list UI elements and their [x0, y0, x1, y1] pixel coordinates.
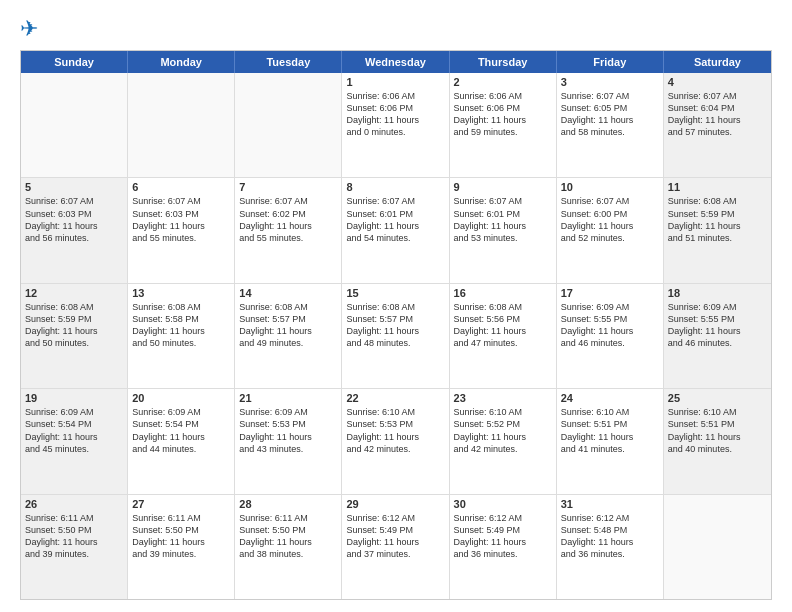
- cell-info-line: and 46 minutes.: [668, 337, 767, 349]
- cell-info-line: Daylight: 11 hours: [454, 536, 552, 548]
- logo: ✈: [20, 16, 42, 42]
- cell-info-line: Sunset: 5:58 PM: [132, 313, 230, 325]
- cell-info-line: Daylight: 11 hours: [454, 220, 552, 232]
- cell-info-line: Sunrise: 6:07 AM: [239, 195, 337, 207]
- calendar-cell: 11Sunrise: 6:08 AMSunset: 5:59 PMDayligh…: [664, 178, 771, 282]
- cell-info-line: Daylight: 11 hours: [25, 220, 123, 232]
- cell-info-line: Sunset: 6:06 PM: [346, 102, 444, 114]
- calendar-cell: 12Sunrise: 6:08 AMSunset: 5:59 PMDayligh…: [21, 284, 128, 388]
- cell-info-line: Sunset: 6:01 PM: [346, 208, 444, 220]
- weekday-header: Friday: [557, 51, 664, 73]
- cell-info-line: and 42 minutes.: [346, 443, 444, 455]
- cell-info-line: and 40 minutes.: [668, 443, 767, 455]
- cell-info-line: Sunset: 5:52 PM: [454, 418, 552, 430]
- day-number: 29: [346, 498, 444, 510]
- calendar-cell: 16Sunrise: 6:08 AMSunset: 5:56 PMDayligh…: [450, 284, 557, 388]
- cell-info-line: Sunrise: 6:09 AM: [25, 406, 123, 418]
- cell-info-line: and 53 minutes.: [454, 232, 552, 244]
- day-number: 7: [239, 181, 337, 193]
- cell-info-line: Daylight: 11 hours: [239, 536, 337, 548]
- cell-info-line: Daylight: 11 hours: [454, 114, 552, 126]
- day-number: 25: [668, 392, 767, 404]
- cell-info-line: Sunset: 6:00 PM: [561, 208, 659, 220]
- cell-info-line: Sunset: 5:54 PM: [132, 418, 230, 430]
- calendar-cell: 3Sunrise: 6:07 AMSunset: 6:05 PMDaylight…: [557, 73, 664, 177]
- calendar-cell: [128, 73, 235, 177]
- calendar-week: 5Sunrise: 6:07 AMSunset: 6:03 PMDaylight…: [21, 178, 771, 283]
- cell-info-line: Sunrise: 6:06 AM: [346, 90, 444, 102]
- cell-info-line: and 42 minutes.: [454, 443, 552, 455]
- cell-info-line: Sunrise: 6:12 AM: [561, 512, 659, 524]
- day-number: 15: [346, 287, 444, 299]
- day-number: 30: [454, 498, 552, 510]
- calendar-cell: 19Sunrise: 6:09 AMSunset: 5:54 PMDayligh…: [21, 389, 128, 493]
- cell-info-line: and 48 minutes.: [346, 337, 444, 349]
- cell-info-line: Sunset: 5:55 PM: [561, 313, 659, 325]
- weekday-header: Thursday: [450, 51, 557, 73]
- calendar-cell: 22Sunrise: 6:10 AMSunset: 5:53 PMDayligh…: [342, 389, 449, 493]
- cell-info-line: Sunrise: 6:10 AM: [561, 406, 659, 418]
- calendar-week: 1Sunrise: 6:06 AMSunset: 6:06 PMDaylight…: [21, 73, 771, 178]
- cell-info-line: and 55 minutes.: [239, 232, 337, 244]
- cell-info-line: and 45 minutes.: [25, 443, 123, 455]
- cell-info-line: Sunset: 5:49 PM: [454, 524, 552, 536]
- cell-info-line: Sunrise: 6:08 AM: [668, 195, 767, 207]
- cell-info-line: Daylight: 11 hours: [668, 431, 767, 443]
- calendar-cell: 30Sunrise: 6:12 AMSunset: 5:49 PMDayligh…: [450, 495, 557, 599]
- cell-info-line: Daylight: 11 hours: [561, 114, 659, 126]
- weekday-header: Saturday: [664, 51, 771, 73]
- calendar-cell: 31Sunrise: 6:12 AMSunset: 5:48 PMDayligh…: [557, 495, 664, 599]
- calendar-cell: [664, 495, 771, 599]
- calendar-cell: 23Sunrise: 6:10 AMSunset: 5:52 PMDayligh…: [450, 389, 557, 493]
- cell-info-line: and 50 minutes.: [25, 337, 123, 349]
- cell-info-line: Sunset: 5:55 PM: [668, 313, 767, 325]
- cell-info-line: Sunrise: 6:09 AM: [239, 406, 337, 418]
- cell-info-line: and 38 minutes.: [239, 548, 337, 560]
- cell-info-line: Sunset: 5:53 PM: [239, 418, 337, 430]
- calendar-cell: 20Sunrise: 6:09 AMSunset: 5:54 PMDayligh…: [128, 389, 235, 493]
- cell-info-line: Daylight: 11 hours: [25, 325, 123, 337]
- day-number: 23: [454, 392, 552, 404]
- cell-info-line: and 47 minutes.: [454, 337, 552, 349]
- cell-info-line: Sunrise: 6:07 AM: [561, 90, 659, 102]
- cell-info-line: Sunrise: 6:12 AM: [346, 512, 444, 524]
- calendar-header: SundayMondayTuesdayWednesdayThursdayFrid…: [21, 51, 771, 73]
- cell-info-line: Sunset: 5:51 PM: [668, 418, 767, 430]
- day-number: 2: [454, 76, 552, 88]
- calendar-cell: 4Sunrise: 6:07 AMSunset: 6:04 PMDaylight…: [664, 73, 771, 177]
- cell-info-line: and 39 minutes.: [25, 548, 123, 560]
- day-number: 8: [346, 181, 444, 193]
- calendar: SundayMondayTuesdayWednesdayThursdayFrid…: [20, 50, 772, 600]
- cell-info-line: Sunrise: 6:09 AM: [668, 301, 767, 313]
- cell-info-line: Daylight: 11 hours: [668, 325, 767, 337]
- cell-info-line: Sunrise: 6:07 AM: [346, 195, 444, 207]
- cell-info-line: Sunrise: 6:08 AM: [132, 301, 230, 313]
- day-number: 14: [239, 287, 337, 299]
- weekday-header: Wednesday: [342, 51, 449, 73]
- logo-bird-icon: ✈: [20, 16, 38, 42]
- day-number: 1: [346, 76, 444, 88]
- cell-info-line: and 36 minutes.: [561, 548, 659, 560]
- cell-info-line: Sunrise: 6:07 AM: [668, 90, 767, 102]
- cell-info-line: and 41 minutes.: [561, 443, 659, 455]
- cell-info-line: Sunset: 5:50 PM: [132, 524, 230, 536]
- cell-info-line: Sunrise: 6:09 AM: [561, 301, 659, 313]
- cell-info-line: Sunrise: 6:08 AM: [346, 301, 444, 313]
- calendar-cell: 26Sunrise: 6:11 AMSunset: 5:50 PMDayligh…: [21, 495, 128, 599]
- cell-info-line: and 55 minutes.: [132, 232, 230, 244]
- day-number: 11: [668, 181, 767, 193]
- calendar-cell: 28Sunrise: 6:11 AMSunset: 5:50 PMDayligh…: [235, 495, 342, 599]
- day-number: 27: [132, 498, 230, 510]
- cell-info-line: and 44 minutes.: [132, 443, 230, 455]
- cell-info-line: Sunrise: 6:12 AM: [454, 512, 552, 524]
- cell-info-line: and 36 minutes.: [454, 548, 552, 560]
- cell-info-line: Daylight: 11 hours: [346, 536, 444, 548]
- day-number: 19: [25, 392, 123, 404]
- day-number: 17: [561, 287, 659, 299]
- cell-info-line: Daylight: 11 hours: [239, 431, 337, 443]
- cell-info-line: Sunset: 5:54 PM: [25, 418, 123, 430]
- day-number: 4: [668, 76, 767, 88]
- cell-info-line: Sunrise: 6:06 AM: [454, 90, 552, 102]
- calendar-cell: 24Sunrise: 6:10 AMSunset: 5:51 PMDayligh…: [557, 389, 664, 493]
- calendar-week: 26Sunrise: 6:11 AMSunset: 5:50 PMDayligh…: [21, 495, 771, 599]
